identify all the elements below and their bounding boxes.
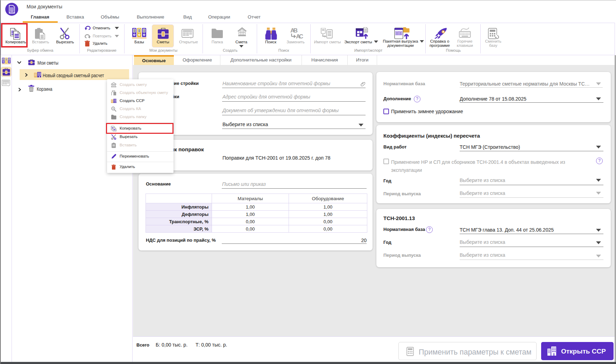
svg-text:AC: AC [296, 33, 303, 39]
